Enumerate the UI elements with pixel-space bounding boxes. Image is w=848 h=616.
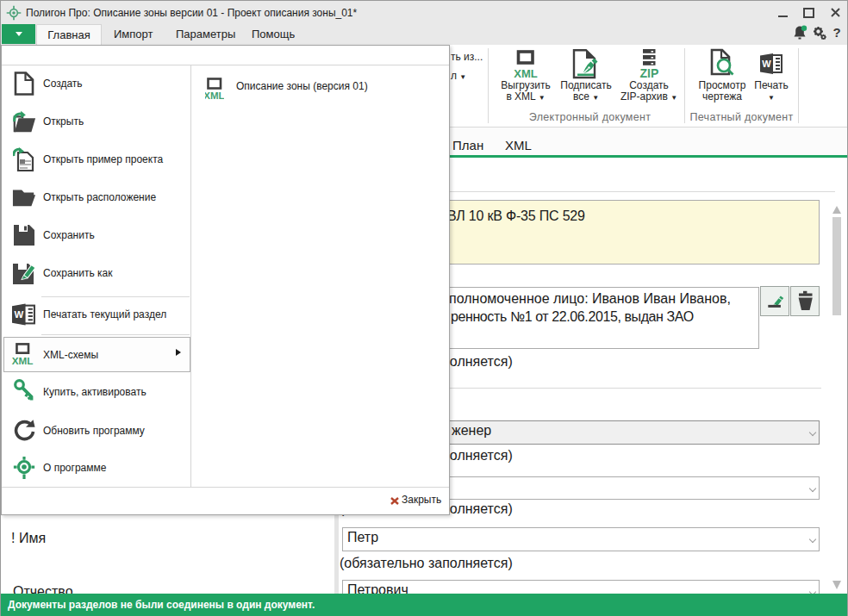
svg-text:ZIP: ZIP	[640, 66, 659, 80]
svg-text:XML: XML	[205, 90, 224, 101]
svg-text:W: W	[762, 59, 771, 69]
svg-text:W: W	[14, 309, 23, 320]
svg-text:?: ?	[832, 25, 840, 40]
svg-text:XML: XML	[12, 355, 34, 366]
svg-text:XML: XML	[514, 67, 538, 79]
